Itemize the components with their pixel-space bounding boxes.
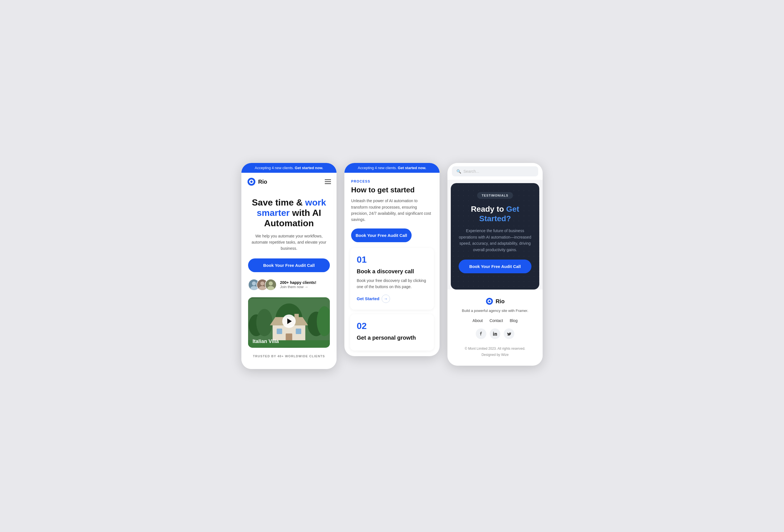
svg-point-14: [256, 309, 273, 336]
copyright-text: © Mont Limited 2023. All rights reserved…: [454, 346, 536, 352]
rio-logo-icon: [247, 177, 256, 186]
svg-point-2: [250, 180, 253, 183]
hero-subtitle: We help you automate your workflows, aut…: [248, 233, 330, 252]
phone3-top: 🔍 Search...: [447, 163, 543, 180]
search-bar[interactable]: 🔍 Search...: [452, 166, 538, 176]
avatar-3: [265, 279, 277, 291]
footer-tagline: Build a powerful agency site with Framer…: [454, 309, 536, 313]
nav-logo: Rio: [247, 177, 267, 186]
get-started-text: Get Started: [357, 296, 380, 301]
clients-count: 200+ happy clients!: [280, 280, 316, 285]
svg-point-4: [252, 281, 256, 285]
testimonials-badge: TESTIMONIALS: [477, 192, 513, 199]
svg-rect-20: [277, 329, 282, 334]
svg-rect-28: [493, 333, 494, 336]
svg-rect-21: [296, 329, 301, 334]
section-label: PROCESS: [344, 173, 440, 184]
process-card-1: 01 Book a discovery call Book your free …: [350, 248, 434, 310]
svg-point-7: [260, 281, 264, 285]
dark-section: TESTIMONIALS Ready to Get Started? Exper…: [451, 183, 539, 289]
step-title-1: Book a discovery call: [357, 268, 427, 275]
phone3-cta-button[interactable]: Book Your Free Audit Call: [459, 259, 531, 273]
phone-2: Accepting 4 new clients. Get started now…: [344, 163, 440, 356]
clients-sub: Join them now →: [280, 285, 316, 289]
phone-3: 🔍 Search... TESTIMONIALS Ready to Get St…: [447, 163, 543, 366]
social-icons: [454, 329, 536, 339]
step-title-2: Get a personal growth: [357, 335, 427, 341]
phone2-banner: Accepting 4 new clients. Get started now…: [344, 163, 440, 173]
footer-link-contact[interactable]: Contact: [489, 318, 503, 323]
play-button[interactable]: [282, 314, 296, 328]
phone1-nav: Rio: [241, 173, 337, 191]
section-title: How to get started: [344, 186, 440, 194]
phone2-cta-button[interactable]: Book Your Free Audit Call: [351, 228, 412, 242]
nav-logo-text: Rio: [258, 179, 267, 185]
video-thumbnail[interactable]: Italian Villa: [248, 297, 330, 348]
step-number-1: 01: [357, 254, 427, 265]
banner-cta: Get started now.: [295, 166, 323, 170]
phone2-banner-text: Accepting 4 new clients.: [358, 166, 398, 170]
phones-container: Accepting 4 new clients. Get started now…: [241, 163, 543, 369]
dark-desc: Experience the future of business operat…: [459, 228, 531, 253]
social-facebook-icon[interactable]: [476, 329, 486, 339]
phone-1: Accepting 4 new clients. Get started now…: [241, 163, 337, 369]
trusted-text: TRUSTED BY 40+ WORLDWIDE CLIENTS: [248, 355, 330, 363]
dark-title: Ready to Get Started?: [459, 204, 531, 223]
phone1-banner: Accepting 4 new clients. Get started now…: [241, 163, 337, 173]
social-twitter-icon[interactable]: [504, 329, 514, 339]
get-started-link[interactable]: Get Started →: [357, 295, 427, 303]
phone2-banner-cta: Get started now.: [398, 166, 426, 170]
section-desc: Unleash the power of AI automation to tr…: [344, 198, 440, 223]
happy-clients: 200+ happy clients! Join them now →: [248, 279, 330, 291]
step-desc-1: Book your free discovery call by clickin…: [357, 278, 427, 290]
hero-section: Save time & work smarter with AI Automat…: [241, 191, 337, 369]
hamburger-menu[interactable]: [325, 179, 331, 184]
social-linkedin-icon[interactable]: [490, 329, 500, 339]
footer-logo-text: Rio: [496, 298, 505, 305]
footer-links: About Contact Blog: [454, 318, 536, 323]
footer-logo: Rio: [454, 297, 536, 305]
clients-text: 200+ happy clients! Join them now →: [280, 280, 316, 289]
copyright: © Mont Limited 2023. All rights reserved…: [454, 346, 536, 358]
search-icon: 🔍: [456, 169, 461, 174]
video-label: Italian Villa: [253, 338, 279, 344]
svg-point-27: [488, 301, 490, 302]
hero-title: Save time & work smarter with AI Automat…: [248, 197, 330, 228]
designed-by: Designed by Wize: [454, 352, 536, 358]
svg-point-10: [269, 281, 273, 285]
process-card-2: 02 Get a personal growth: [350, 314, 434, 351]
footer-logo-icon: [485, 297, 493, 305]
avatars: [248, 279, 277, 291]
footer-section: Rio Build a powerful agency site with Fr…: [447, 289, 543, 366]
step-number-2: 02: [357, 321, 427, 331]
search-placeholder: Search...: [464, 169, 479, 174]
arrow-circle-icon: →: [382, 295, 390, 303]
footer-link-blog[interactable]: Blog: [510, 318, 517, 323]
svg-point-29: [493, 332, 494, 333]
banner-text: Accepting 4 new clients.: [255, 166, 295, 170]
footer-link-about[interactable]: About: [473, 318, 483, 323]
phone1-cta-button[interactable]: Book Your Free Audit Call: [248, 258, 330, 272]
